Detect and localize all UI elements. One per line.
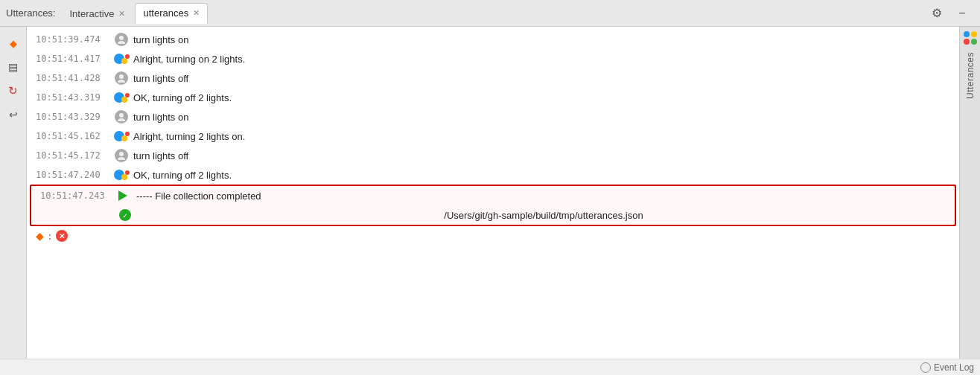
log-text: OK, turning off 2 lights.: [133, 170, 953, 181]
minus-button[interactable]: −: [952, 3, 973, 24]
log-text-filepath: /Users/git/gh-sample/build/tmp/utterance…: [139, 210, 949, 221]
bottom-status-row: ◆ : ✕: [27, 226, 959, 246]
dot-blue: [964, 31, 970, 37]
tab-interactive-label: Interactive: [69, 8, 114, 19]
svg-point-5: [118, 118, 125, 121]
tab-bar-label: Utterances:: [6, 7, 55, 19]
file-collection-section: 10:51:47.243 ----- File collection compl…: [30, 185, 956, 226]
svg-point-4: [119, 113, 124, 118]
log-avatar-assistant: [114, 129, 129, 144]
tab-utterances[interactable]: utterances ✕: [135, 3, 208, 24]
log-avatar-check: ✓: [121, 208, 136, 222]
log-avatar-user: [114, 32, 129, 47]
log-avatar-user: [114, 148, 129, 163]
refresh-sidebar-icon[interactable]: ↻: [3, 80, 24, 101]
log-row: 10:51:39.474 turn lights on: [27, 30, 959, 49]
log-content[interactable]: 10:51:39.474 turn lights on 10:51:41.417…: [27, 27, 959, 359]
log-text: turn lights off: [133, 73, 953, 84]
log-row-filepath: ✓ /Users/git/gh-sample/build/tmp/utteran…: [31, 205, 955, 225]
log-timestamp: 10:51:41.417: [36, 54, 114, 64]
dot-green: [971, 39, 977, 45]
tab-interactive-close[interactable]: ✕: [118, 10, 125, 18]
svg-point-2: [119, 74, 124, 79]
log-avatar-play: [118, 188, 133, 203]
tab-bar-actions: ⚙ −: [926, 3, 973, 24]
user-avatar-icon: [115, 110, 128, 124]
user-avatar-icon: [115, 149, 128, 162]
left-sidebar: ◆ ▤ ↻ ↩: [0, 27, 27, 359]
log-timestamp: 10:51:41.428: [36, 73, 114, 83]
log-row: 10:51:41.428 turn lights off: [27, 68, 959, 88]
log-row: 10:51:47.240 OK, turning off 2 lights.: [27, 165, 959, 185]
log-text-file-collection: ----- File collection completed: [136, 190, 949, 202]
tab-interactive[interactable]: Interactive ✕: [61, 3, 133, 24]
log-text: OK, turning off 2 lights.: [133, 92, 953, 103]
svg-point-7: [118, 157, 125, 160]
right-sidebar-dots: [962, 31, 979, 45]
dot-yellow: [971, 31, 977, 37]
dot-red: [964, 39, 970, 45]
log-row: 10:51:43.319 OK, turning off 2 lights.: [27, 88, 959, 107]
log-text: Alright, turning 2 lights on.: [133, 131, 953, 142]
log-text: turn lights off: [133, 150, 953, 161]
error-badge: ✕: [56, 230, 68, 242]
log-row: 10:51:41.417 Alright, turning on 2 light…: [27, 49, 959, 68]
log-row: 10:51:45.172 turn lights off: [27, 146, 959, 165]
gear-icon: ⚙: [932, 6, 942, 20]
user-avatar-icon: [115, 33, 128, 46]
log-avatar-assistant: [114, 51, 129, 66]
log-avatar-assistant: [114, 90, 129, 105]
log-timestamp: 10:51:39.474: [36, 34, 114, 45]
right-sidebar-content: Utterances: [960, 27, 980, 99]
svg-point-1: [118, 41, 125, 44]
log-timestamp: 10:51:47.240: [36, 170, 114, 180]
log-text: Alright, turning on 2 lights.: [133, 54, 953, 65]
event-log-hint: Event Log: [0, 359, 980, 375]
log-avatar-user: [114, 71, 129, 86]
colon-label: :: [47, 231, 53, 242]
log-text: turn lights on: [133, 34, 953, 45]
log-timestamp: 10:51:45.162: [36, 131, 114, 141]
log-row: 10:51:43.329 turn lights on: [27, 107, 959, 126]
log-text: turn lights on: [133, 112, 953, 123]
log-timestamp: 10:51:45.172: [36, 150, 114, 161]
play-icon: [118, 190, 127, 201]
main-area: ◆ ▤ ↻ ↩ 10:51:39.474 turn lights on 10:5…: [0, 27, 980, 359]
right-sidebar: Utterances: [959, 27, 980, 359]
play-sidebar-icon[interactable]: ◆: [3, 33, 24, 54]
svg-point-0: [119, 36, 124, 40]
check-circle-icon: ✓: [119, 209, 131, 221]
tab-bar: Utterances: Interactive ✕ utterances ✕ ⚙…: [0, 0, 980, 27]
event-log-label: Event Log: [934, 362, 974, 373]
log-avatar-user: [114, 109, 129, 124]
tab-utterances-close[interactable]: ✕: [193, 9, 200, 17]
tab-utterances-label: utterances: [143, 7, 188, 19]
user-avatar-icon: [115, 71, 128, 85]
right-sidebar-label: Utterances: [965, 52, 976, 99]
event-log-circle-icon: [920, 362, 931, 373]
svg-point-3: [118, 80, 125, 83]
log-timestamp: 10:51:43.329: [36, 112, 114, 122]
orange-diamond-icon: ◆: [36, 230, 44, 242]
list-sidebar-icon[interactable]: ▤: [3, 57, 24, 77]
assistant-avatar-icon: [114, 91, 129, 104]
gear-button[interactable]: ⚙: [926, 3, 947, 24]
assistant-avatar-icon: [114, 168, 129, 182]
log-avatar-assistant: [114, 167, 129, 182]
svg-point-6: [119, 152, 124, 156]
minus-icon: −: [958, 7, 965, 20]
undo-sidebar-icon[interactable]: ↩: [3, 104, 24, 125]
log-row-file-collection: 10:51:47.243 ----- File collection compl…: [31, 186, 955, 205]
log-timestamp: 10:51:47.243: [40, 190, 118, 201]
log-timestamp: 10:51:43.319: [36, 92, 114, 103]
assistant-avatar-icon: [114, 52, 129, 65]
log-row: 10:51:45.162 Alright, turning 2 lights o…: [27, 126, 959, 146]
assistant-avatar-icon: [114, 129, 129, 143]
